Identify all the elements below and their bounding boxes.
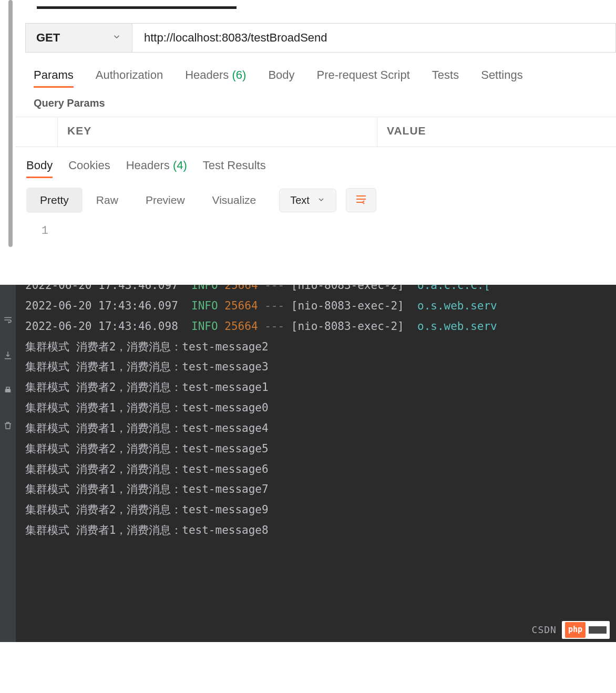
tab-headers[interactable]: Headers (6): [185, 68, 246, 88]
tab-headers-label: Headers: [185, 68, 229, 81]
tab-body[interactable]: Body: [268, 68, 294, 88]
tab-params[interactable]: Params: [34, 68, 74, 88]
console-message-line: 集群模式 消费者2，消费消息：test-message9: [25, 500, 616, 520]
console-message-line: 集群模式 消费者1，消费消息：test-message3: [25, 357, 616, 377]
http-method-label: GET: [36, 31, 60, 45]
format-select-label: Text: [290, 194, 310, 206]
trash-icon[interactable]: [3, 417, 13, 437]
print-icon[interactable]: [3, 381, 13, 402]
watermark-cn-block: [589, 626, 607, 634]
url-input[interactable]: [132, 23, 616, 53]
console-log-line: 2022-06-20 17:43:46.097 INFO 25664 --- […: [25, 296, 616, 316]
console-lines[interactable]: 2022-06-20 17:43:46.097 INFO 25664 --- […: [0, 285, 616, 541]
request-title-obscured: [16, 0, 616, 23]
tab-settings[interactable]: Settings: [481, 68, 523, 88]
tab-authorization[interactable]: Authorization: [96, 68, 163, 88]
left-scrollbar[interactable]: [8, 0, 13, 247]
watermark: CSDN php: [532, 621, 610, 639]
query-params-value-header[interactable]: VALUE: [377, 117, 616, 147]
console-message-line: 集群模式 消费者1，消费消息：test-message8: [25, 520, 616, 541]
query-params-checkbox-column[interactable]: [16, 117, 58, 147]
watermark-php: php: [562, 621, 610, 639]
resp-tab-headers-count: (4): [173, 159, 187, 172]
console-panel: 2022-06-20 17:43:46.097 INFO 25664 --- […: [0, 285, 616, 642]
console-message-line: 集群模式 消费者1，消费消息：test-message7: [25, 479, 616, 500]
download-icon[interactable]: [3, 346, 13, 367]
http-method-select[interactable]: GET: [25, 23, 132, 53]
console-sidebar: [0, 285, 16, 642]
format-select[interactable]: Text: [279, 189, 336, 212]
view-mode-segment: Pretty Raw Preview Visualize: [26, 188, 270, 213]
wrap-text-button[interactable]: [346, 188, 376, 212]
chevron-down-icon: [317, 194, 325, 206]
postman-panel: GET Params Authorization Headers (6) Bod…: [0, 0, 616, 285]
query-params-key-header[interactable]: KEY: [58, 117, 377, 147]
line-number: 1: [16, 224, 66, 237]
resp-tab-headers-label: Headers: [126, 159, 170, 172]
tab-tests[interactable]: Tests: [432, 68, 459, 88]
tab-headers-count: (6): [232, 68, 247, 81]
console-message-line: 集群模式 消费者1，消费消息：test-message0: [25, 398, 616, 418]
view-visualize-button[interactable]: Visualize: [199, 188, 270, 213]
svg-rect-3: [6, 387, 9, 389]
watermark-csdn: CSDN: [532, 621, 557, 638]
view-raw-button[interactable]: Raw: [83, 188, 132, 213]
console-log-line: 2022-06-20 17:43:46.097 INFO 25664 --- […: [25, 285, 616, 296]
wrap-icon: [355, 193, 367, 205]
query-params-label: Query Params: [16, 88, 616, 117]
response-tabs: Body Cookies Headers (4) Test Results: [16, 147, 616, 178]
response-body[interactable]: 1: [16, 213, 616, 285]
watermark-php-text: php: [565, 622, 586, 638]
console-message-line: 集群模式 消费者2，消费消息：test-message5: [25, 439, 616, 459]
view-preview-button[interactable]: Preview: [132, 188, 199, 213]
query-params-table: KEY VALUE: [16, 117, 616, 147]
request-tabs: Params Authorization Headers (6) Body Pr…: [16, 53, 616, 88]
resp-tab-test-results[interactable]: Test Results: [203, 159, 266, 178]
console-message-line: 集群模式 消费者2，消费消息：test-message6: [25, 459, 616, 480]
svg-rect-2: [5, 389, 11, 392]
tab-prerequest[interactable]: Pre-request Script: [317, 68, 410, 88]
soft-wrap-icon[interactable]: [3, 311, 13, 332]
console-message-line: 集群模式 消费者1，消费消息：test-message4: [25, 418, 616, 439]
console-message-line: 集群模式 消费者2，消费消息：test-message2: [25, 337, 616, 357]
console-log-line: 2022-06-20 17:43:46.098 INFO 25664 --- […: [25, 316, 616, 337]
view-mode-row: Pretty Raw Preview Visualize Text: [16, 178, 616, 213]
console-message-line: 集群模式 消费者2，消费消息：test-message1: [25, 377, 616, 398]
request-row: GET: [16, 23, 616, 53]
resp-tab-cookies[interactable]: Cookies: [68, 159, 110, 178]
resp-tab-body[interactable]: Body: [26, 159, 53, 178]
resp-tab-headers[interactable]: Headers (4): [126, 159, 187, 178]
chevron-down-icon: [112, 31, 121, 45]
view-pretty-button[interactable]: Pretty: [26, 188, 83, 213]
